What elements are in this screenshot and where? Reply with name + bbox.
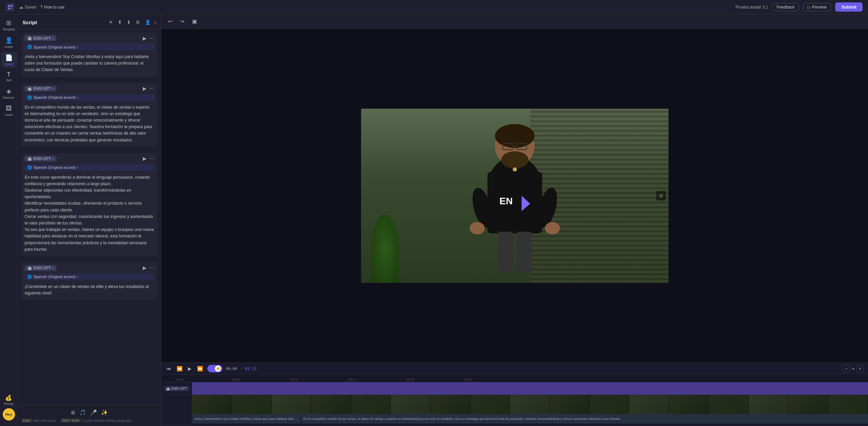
- lang-chevron-2: ›: [77, 95, 79, 99]
- thumb-7: [430, 395, 470, 414]
- preview-button[interactable]: ▷ Preview: [803, 3, 831, 11]
- globe-icon-2: 🌐: [27, 95, 32, 100]
- step-back-button[interactable]: ⏪: [176, 365, 183, 372]
- more-button-3[interactable]: ⋯: [149, 156, 154, 161]
- thumb-9: [510, 395, 550, 414]
- sidebar-item-script[interactable]: 📄 Script: [1, 52, 17, 68]
- magic-icon[interactable]: ✨: [101, 409, 108, 416]
- sidebar-item-text[interactable]: T Text: [1, 69, 17, 84]
- globe-icon-3: 🌐: [27, 165, 32, 170]
- input-icons: ⊕ 🎵 🎤 ✨: [21, 409, 157, 416]
- script-block-1-header: 🤖 ENDi GPT › ▶ ⋯: [21, 32, 157, 44]
- zoom-out-button[interactable]: −: [842, 365, 850, 372]
- script-toolbar: ☀ ⬆ ⬇ ⚙ 👤 ‹: [108, 18, 156, 26]
- text-icon: T: [7, 71, 11, 78]
- undo-button[interactable]: ↩: [166, 17, 175, 26]
- person-settings-icon[interactable]: 👤: [144, 18, 152, 26]
- thumb-1: [192, 395, 232, 414]
- upload-icon[interactable]: ⬆: [117, 18, 123, 26]
- play-button-4[interactable]: ▶: [143, 265, 147, 271]
- endi-gpt-badge-4: 🤖 ENDi GPT ›: [25, 265, 56, 271]
- sidebar-label-text: Text: [6, 79, 12, 82]
- svg-rect-2: [8, 8, 10, 10]
- timeline-wrapper[interactable]: 00:00 00:05 00:10 00:15 00:20 00:25: [161, 375, 868, 426]
- svg-rect-0: [8, 5, 10, 7]
- play-button-1[interactable]: ▶: [143, 36, 147, 41]
- settings-icon[interactable]: ⚙: [135, 18, 141, 26]
- audio-import-icon[interactable]: 🎵: [79, 409, 86, 416]
- video-area: EN ⊡: [161, 29, 868, 362]
- sidebar-bottom: 💰 Pricing Hey: [3, 395, 15, 423]
- redo-button[interactable]: ↪: [178, 17, 187, 26]
- timeline-toggle[interactable]: 😊: [207, 365, 222, 372]
- more-button-4[interactable]: ⋯: [149, 265, 154, 271]
- svg-rect-11: [487, 172, 542, 233]
- element-icon: ◈: [6, 87, 11, 95]
- ruler-tick-1: [232, 379, 233, 382]
- thumb-5: [351, 395, 391, 414]
- track-content: [192, 382, 868, 395]
- video-track-row: ¡Hola y bienvenidos! Soy Cristian Morill…: [161, 395, 868, 426]
- track-bar-purple[interactable]: [192, 382, 868, 395]
- how-to-use-button[interactable]: ? How to use: [40, 5, 65, 10]
- endi-gpt-label-1: ENDi GPT: [33, 36, 51, 40]
- block-tag-3: 🤖 ENDi GPT ›: [25, 156, 56, 162]
- more-button-1[interactable]: ⋯: [149, 36, 154, 41]
- collapse-panel-button[interactable]: ‹: [154, 19, 156, 25]
- endi-gpt-label-3: ENDi GPT: [33, 156, 51, 161]
- person-figure: EN: [450, 119, 580, 283]
- skip-back-button[interactable]: ⏮: [165, 365, 172, 372]
- step-forward-button[interactable]: ⏩: [196, 365, 204, 372]
- zoom-fit-button[interactable]: ⊡: [656, 191, 666, 201]
- lang-badge-1[interactable]: 🌐 Spanish (Original accent) ›: [25, 44, 154, 50]
- pricing-button[interactable]: 💰 Pricing: [4, 395, 14, 406]
- timeline-ruler: 00:00 00:05 00:10 00:15 00:20 00:25: [161, 375, 868, 382]
- lang-badge-2[interactable]: 🌐 Spanish (Original accent) ›: [25, 94, 154, 101]
- sidebar-item-avatar[interactable]: 👤 Avatar: [1, 35, 17, 51]
- thumb-8: [470, 395, 510, 414]
- endi-gpt-badge-2: 🤖 ENDi GPT ›: [25, 86, 56, 92]
- microphone-icon[interactable]: 🎤: [90, 409, 97, 416]
- svg-rect-1: [11, 5, 13, 7]
- script-text-2: En el competitivo mundo de las ventas, e…: [21, 103, 157, 147]
- more-button-2[interactable]: ⋯: [149, 86, 154, 91]
- feedback-button[interactable]: Feedback: [772, 3, 799, 11]
- hint-newline-label: Create newline within paragraph: [82, 419, 131, 423]
- script-panel: Script ☀ ⬆ ⬇ ⚙ 👤 ‹ 🤖 ENDi GPT ›: [18, 14, 161, 426]
- hint-shift-enter: Shift + Enter Create newline within para…: [60, 418, 131, 423]
- sidebar-item-asset[interactable]: 🖼 Asset: [1, 103, 17, 119]
- subtitle-bar-1: ¡Hola y bienvenidos! Soy Cristian Morill…: [192, 414, 301, 424]
- play-button-2[interactable]: ▶: [143, 86, 147, 91]
- submit-button[interactable]: Submit: [835, 2, 863, 12]
- download-icon[interactable]: ⬇: [126, 18, 132, 26]
- lang-badge-4[interactable]: 🌐 Spanish (Original accent) ›: [25, 274, 154, 280]
- add-script-icon[interactable]: ⊕: [71, 409, 75, 416]
- sidebar-item-template[interactable]: ⊞ Template: [1, 17, 17, 33]
- script-block-3: 🤖 ENDi GPT › ▶ ⋯ 🌐 Spanish (Original acc…: [21, 153, 157, 256]
- endi-gpt-badge-3: 🤖 ENDi GPT ›: [25, 156, 56, 162]
- play-button-3[interactable]: ▶: [143, 156, 147, 161]
- hey-button[interactable]: Hey: [3, 408, 15, 421]
- play-pause-button[interactable]: ▶: [187, 365, 193, 372]
- thumb-2: [232, 395, 271, 414]
- ruler-tick-2: [290, 379, 291, 382]
- layout-button[interactable]: ▣: [190, 17, 199, 26]
- ruler-mark-5: 00:25: [465, 378, 472, 381]
- pricing-label: Pricing: [4, 402, 14, 406]
- video-preview: EN ⊡: [361, 109, 669, 283]
- timeline-area: ⏮ ⏪ ▶ ⏩ 😊 00:00 / 01:13 − ≡ +: [161, 362, 868, 426]
- timeline-controls: ⏮ ⏪ ▶ ⏩ 😊 00:00 / 01:13 − ≡ +: [161, 363, 868, 375]
- script-header: Script ☀ ⬆ ⬇ ⚙ 👤 ‹: [18, 14, 161, 29]
- track-endi-badge: 🤖 ENDi GPT: [164, 386, 189, 391]
- saved-badge: ☁ Saved: [19, 5, 36, 10]
- svg-rect-18: [498, 232, 513, 273]
- brightness-icon[interactable]: ☀: [108, 18, 114, 26]
- endi-gpt-label-4: ENDi GPT: [33, 266, 51, 270]
- zoom-in-button[interactable]: +: [856, 365, 864, 372]
- thumbnails-row: [192, 395, 868, 414]
- script-block-3-header: 🤖 ENDi GPT › ▶ ⋯: [21, 153, 157, 164]
- script-block-2: 🤖 ENDi GPT › ▶ ⋯ 🌐 Spanish (Original acc…: [21, 83, 157, 147]
- thumb-12: [629, 395, 669, 414]
- sidebar-item-element[interactable]: ◈ Element: [1, 85, 17, 101]
- lang-badge-3[interactable]: 🌐 Spanish (Original accent) ›: [25, 164, 154, 171]
